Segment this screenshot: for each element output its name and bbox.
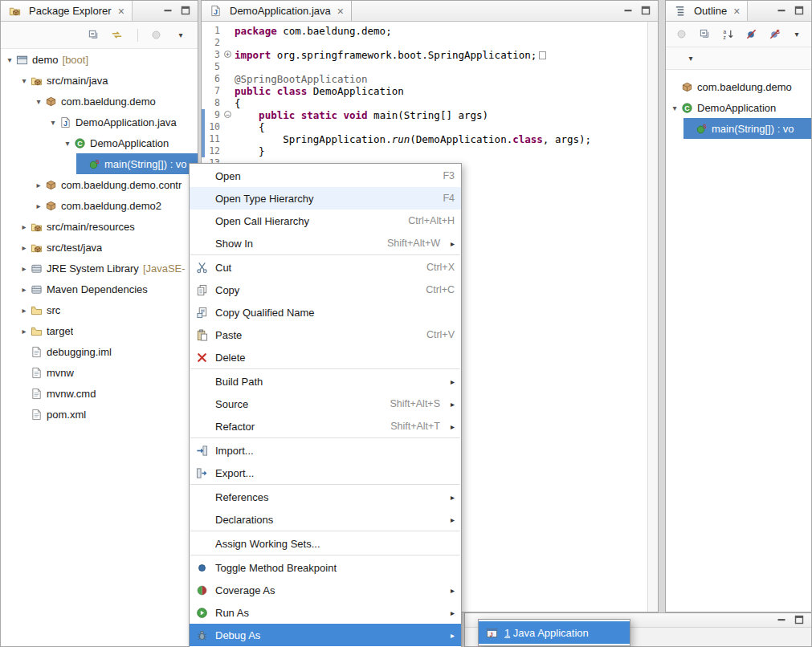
menu-item-coverage-as[interactable]: Coverage As xyxy=(190,579,461,601)
sort-button[interactable]: az xyxy=(722,27,737,42)
menu-item-export[interactable]: Export... xyxy=(190,462,461,484)
view-menu-button[interactable] xyxy=(792,27,802,42)
code-line[interactable]: 5 xyxy=(202,61,658,73)
focus-button[interactable] xyxy=(150,28,165,43)
focus-button[interactable] xyxy=(675,27,690,42)
fold-plus-icon[interactable]: + xyxy=(222,49,235,61)
close-icon[interactable] xyxy=(731,6,740,17)
menu-item-import[interactable]: Import... xyxy=(190,439,461,462)
menu-item-toggle-method-breakpoint[interactable]: Toggle Method Breakpoint xyxy=(190,556,461,579)
overview-ruler[interactable] xyxy=(647,22,658,612)
menu-item-build-path[interactable]: Build Path xyxy=(190,370,461,393)
minimize-icon[interactable] xyxy=(777,615,787,625)
expander-closed-icon[interactable]: ▸ xyxy=(18,264,30,273)
view-menu-button[interactable] xyxy=(683,51,698,66)
expander-open-icon[interactable]: ▾ xyxy=(669,104,680,112)
tree-item-com-baeldung-demo[interactable]: ▾com.baeldung.demo xyxy=(33,91,198,112)
menu-item-copy-qualified-name[interactable]: Copy Qualified Name xyxy=(190,301,461,324)
menu-item-source[interactable]: SourceShift+Alt+S xyxy=(190,393,461,415)
tree-item-src[interactable]: ▸src xyxy=(18,299,198,320)
submenu-item-1-java-application[interactable]: J1 Java Application xyxy=(479,621,630,644)
minimize-icon[interactable] xyxy=(623,6,634,16)
menu-item-open-type-hierarchy[interactable]: Open Type HierarchyF4 xyxy=(190,187,461,210)
expander-closed-icon[interactable]: ▸ xyxy=(18,285,30,294)
tree-item-maven-dependencies[interactable]: ▸Maven Dependencies xyxy=(18,279,198,299)
menu-item-open-call-hierarchy[interactable]: Open Call HierarchyCtrl+Alt+H xyxy=(190,210,461,232)
tree-item-demo[interactable]: ▾demo[boot] xyxy=(4,49,198,70)
expander-closed-icon[interactable]: ▸ xyxy=(18,306,30,315)
close-icon[interactable] xyxy=(116,6,124,17)
code-line[interactable]: 6@SpringBootApplication xyxy=(202,73,658,85)
hide-static-button[interactable]: S xyxy=(769,27,783,42)
collapse-all-button[interactable] xyxy=(699,27,713,42)
tree-item-com-baeldung-demo-contr[interactable]: ▸com.baeldung.demo.contr xyxy=(33,174,198,195)
code-line[interactable]: 1package com.baeldung.demo; xyxy=(202,25,658,37)
tree-item-debugging-iml[interactable]: debugging.iml xyxy=(18,341,198,362)
editor-tab[interactable]: J DemoApplication.java xyxy=(202,1,352,21)
code-line[interactable]: 2 xyxy=(202,37,658,49)
menu-item-assign-working-sets[interactable]: Assign Working Sets... xyxy=(190,532,461,555)
expander-open-icon[interactable]: ▾ xyxy=(33,97,44,106)
code-line[interactable]: 10 { xyxy=(202,121,658,133)
hide-fields-button[interactable] xyxy=(745,27,760,42)
menu-item-declarations[interactable]: Declarations xyxy=(190,508,461,531)
expander-closed-icon[interactable]: ▸ xyxy=(33,181,44,189)
expander-open-icon[interactable]: ▾ xyxy=(18,76,30,85)
outline-tab[interactable]: Outline xyxy=(666,1,748,21)
expander-closed-icon[interactable]: ▸ xyxy=(33,201,44,210)
expander-closed-icon[interactable]: ▸ xyxy=(18,327,30,336)
minimize-icon[interactable] xyxy=(163,6,173,16)
tree-item-mvnw-cmd[interactable]: mvnw.cmd xyxy=(18,383,198,404)
tree-item-target[interactable]: ▸target xyxy=(18,320,198,341)
tree-item-demoapplication[interactable]: ▾CDemoApplication xyxy=(62,132,198,153)
menu-item-copy[interactable]: CopyCtrl+C xyxy=(190,279,461,301)
menu-item-label: Build Path xyxy=(215,376,440,388)
menu-item-debug-as[interactable]: Debug As xyxy=(190,624,461,646)
menu-item-open[interactable]: OpenF3 xyxy=(190,165,461,187)
tree-item-com-baeldung-demo2[interactable]: ▸com.baeldung.demo2 xyxy=(33,195,198,216)
code-line[interactable]: 11 SpringApplication.run(DemoApplication… xyxy=(202,133,658,145)
menu-item-references[interactable]: References xyxy=(190,486,461,508)
folded-region-box[interactable] xyxy=(539,51,546,59)
menu-item-show-in[interactable]: Show InShift+Alt+W xyxy=(190,232,461,254)
code-line[interactable]: 12 } xyxy=(202,145,658,157)
tree-item-main-string-vo[interactable]: Smain(String[]) : vo xyxy=(76,153,198,174)
link-with-editor-button[interactable] xyxy=(111,28,125,43)
minimize-icon[interactable] xyxy=(777,6,787,16)
tree-item-src-main-resources[interactable]: ▸src/main/resources xyxy=(18,216,198,237)
tree-item-mvnw[interactable]: mvnw xyxy=(18,362,198,383)
code-line[interactable]: 9− public static void main(String[] args… xyxy=(202,109,658,121)
tree-item-pom-xml[interactable]: pom.xml xyxy=(18,404,198,425)
view-menu-button[interactable] xyxy=(173,28,188,43)
maximize-icon[interactable] xyxy=(641,6,651,16)
close-icon[interactable] xyxy=(335,6,344,17)
maximize-icon[interactable] xyxy=(794,615,805,625)
expander-closed-icon[interactable]: ▸ xyxy=(18,243,30,252)
tree-item-jre-system-library[interactable]: ▸JRE System Library[JavaSE- xyxy=(18,258,198,279)
tree-item-src-test-java[interactable]: ▸src/test/java xyxy=(18,237,198,258)
menu-item-run-as[interactable]: Run As xyxy=(190,601,461,624)
maximize-icon[interactable] xyxy=(181,6,191,16)
tree-item-label: src xyxy=(47,304,60,316)
expander-closed-icon[interactable]: ▸ xyxy=(18,222,30,231)
menu-item-cut[interactable]: CutCtrl+X xyxy=(190,256,461,279)
menu-item-paste[interactable]: PasteCtrl+V xyxy=(190,324,461,346)
tree-item-com-baeldung-demo[interactable]: com.baeldung.demo xyxy=(669,76,811,97)
expander-open-icon[interactable]: ▾ xyxy=(4,55,15,64)
code-text: SpringApplication.run(DemoApplication.cl… xyxy=(235,133,591,145)
expander-open-icon[interactable]: ▾ xyxy=(47,118,59,127)
tree-item-src-main-java[interactable]: ▾src/main/java xyxy=(18,70,198,91)
code-line[interactable]: 7public class DemoApplication xyxy=(202,85,658,97)
tree-item-main-string-vo[interactable]: Smain(String[]) : vo xyxy=(683,118,811,139)
tree-item-demoapplication-java[interactable]: ▾JDemoApplication.java xyxy=(47,112,198,132)
maximize-icon[interactable] xyxy=(794,6,805,16)
tree-item-demoapplication[interactable]: ▾CDemoApplication xyxy=(669,97,811,118)
menu-item-refactor[interactable]: RefactorShift+Alt+T xyxy=(190,415,461,437)
collapse-all-button[interactable] xyxy=(88,28,102,43)
code-line[interactable]: 8{ xyxy=(202,97,658,109)
fold-minus-icon[interactable]: − xyxy=(222,109,235,121)
menu-item-delete[interactable]: Delete xyxy=(190,346,461,368)
code-line[interactable]: 3+import org.springframework.boot.Spring… xyxy=(202,49,658,61)
expander-open-icon[interactable]: ▾ xyxy=(62,139,73,148)
package-explorer-tab[interactable]: Package Explorer xyxy=(1,1,133,21)
